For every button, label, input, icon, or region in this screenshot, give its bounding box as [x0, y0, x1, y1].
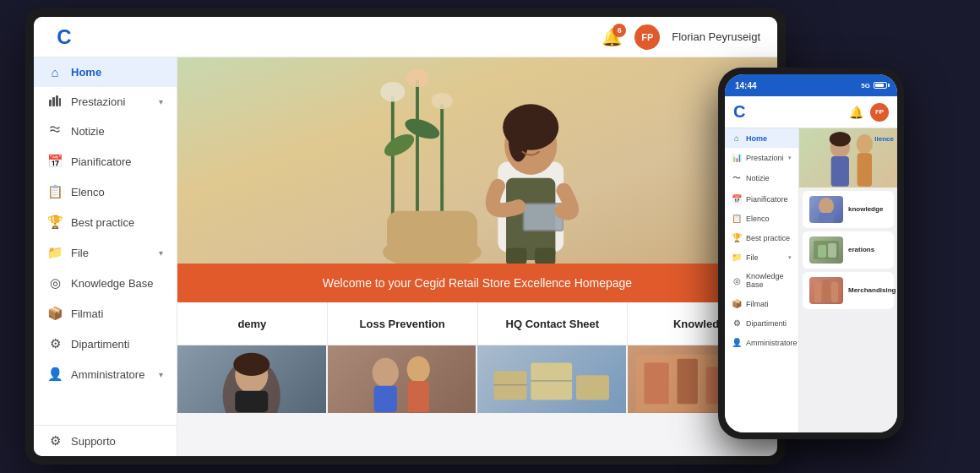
phone-sidebar-knowledge[interactable]: ◎ Knowledge Base — [725, 267, 798, 294]
svg-rect-50 — [828, 243, 836, 258]
phone-bell-icon[interactable]: 🔔 — [849, 106, 863, 119]
list-icon: 📋 — [47, 184, 63, 199]
sidebar-item-dipartimenti[interactable]: ⚙ Dipartimenti — [34, 329, 177, 359]
phone-card-knowledge[interactable]: knowledge — [803, 191, 894, 228]
category-title-loss-prevention: Loss Prevention — [360, 318, 445, 330]
welcome-text: Welcome to your Cegid Retail Store Excel… — [323, 276, 632, 290]
phone-sidebar-label-file: File — [746, 253, 759, 262]
phone-sidebar-home[interactable]: ⌂ Home — [725, 128, 798, 148]
category-demy[interactable]: demy — [177, 302, 328, 345]
notification-bell[interactable]: 🔔 6 — [602, 27, 623, 47]
phone-file-chevron: ▾ — [788, 254, 792, 261]
sidebar-item-notizie[interactable]: Notizie — [34, 117, 177, 146]
svg-rect-30 — [407, 381, 428, 412]
phone-sidebar-best-practice[interactable]: 🏆 Best practice — [725, 228, 798, 247]
content-area: Welcome to your Cegid Retail Store Excel… — [177, 57, 777, 456]
svg-point-18 — [509, 121, 528, 162]
sidebar-item-pianificatore[interactable]: 📅 Pianificatore — [34, 146, 177, 177]
svg-rect-28 — [373, 386, 396, 412]
sidebar-label-file: File — [71, 247, 89, 259]
phone-sidebar-dipartimenti[interactable]: ⚙ Dipartimenti — [725, 313, 798, 333]
sidebar-item-prestazioni[interactable]: Prestazioni ▾ — [34, 87, 177, 117]
phone-header-right: 🔔 FP — [849, 103, 889, 122]
category-loss-prevention[interactable]: Loss Prevention — [328, 302, 478, 345]
sidebar-label-elenco: Elenco — [71, 186, 105, 198]
phone-sidebar-admin[interactable]: 👤 Amministratore ▾ — [725, 333, 798, 352]
category-title-hq-contact: HQ Contact Sheet — [506, 318, 600, 330]
svg-rect-4 — [391, 96, 395, 228]
svg-rect-21 — [506, 248, 526, 264]
svg-point-44 — [857, 134, 873, 154]
category-hq-contact-sheet[interactable]: HQ Contact Sheet — [478, 302, 629, 345]
svg-rect-43 — [831, 156, 849, 187]
phone-card-operations[interactable]: erations — [803, 231, 894, 269]
phone-notizie-icon: 〜 — [732, 172, 742, 184]
phone-sidebar-filmati[interactable]: 📦 Filmati — [725, 294, 798, 313]
phone-sidebar-label-pianificatore: Pianificatore — [746, 195, 788, 204]
phone-cards: knowledge erations — [799, 188, 897, 432]
file-icon: 📁 — [47, 245, 63, 260]
sidebar-label-best-practice: Best practice — [71, 216, 134, 229]
sidebar: ⌂ Home Prestazioni — [34, 57, 177, 456]
phone-card-merch[interactable]: Merchandising — [803, 272, 894, 309]
svg-rect-54 — [831, 282, 838, 302]
svg-point-10 — [381, 130, 417, 160]
chevron-file-icon: ▾ — [159, 248, 163, 258]
phone-sidebar-label-filmati: Filmati — [746, 300, 769, 308]
phone-sidebar-label-notizie: Notizie — [746, 174, 770, 182]
svg-rect-47 — [819, 213, 834, 223]
svg-rect-49 — [818, 245, 826, 258]
sidebar-item-file[interactable]: 📁 File ▾ — [34, 237, 177, 268]
phone-sidebar-label-admin: Amministratore — [746, 339, 798, 347]
phone-chevron-icon: ▾ — [788, 155, 792, 161]
header-logo: C — [51, 24, 78, 51]
admin-icon: 👤 — [47, 367, 63, 382]
phone-hero-strip: llence — [799, 128, 897, 188]
svg-rect-45 — [858, 153, 872, 187]
phone-sidebar-file[interactable]: 📁 File ▾ — [725, 247, 798, 267]
sidebar-item-amministratore[interactable]: 👤 Amministratore ▾ — [34, 359, 177, 389]
svg-point-9 — [432, 93, 453, 109]
svg-point-29 — [406, 356, 429, 383]
gear-icon: ⚙ — [47, 336, 63, 351]
notification-badge: 6 — [612, 24, 626, 37]
phone-sidebar-label-home: Home — [746, 134, 767, 143]
svg-rect-3 — [59, 98, 61, 106]
svg-rect-53 — [823, 280, 830, 302]
sidebar-item-elenco[interactable]: 📋 Elenco — [34, 177, 177, 207]
thumb-card-1[interactable] — [177, 345, 328, 413]
sidebar-item-home[interactable]: ⌂ Home — [34, 57, 177, 87]
chevron-icon: ▾ — [159, 97, 163, 106]
phone-user-avatar[interactable]: FP — [870, 103, 889, 122]
phone-signals: 5G — [861, 82, 887, 90]
sidebar-item-supporto[interactable]: ⚙ Supporto — [34, 426, 177, 456]
phone-sidebar-elenco[interactable]: 📋 Elenco — [725, 209, 798, 228]
svg-rect-38 — [677, 359, 697, 405]
phone-card-title-merch: Merchandising — [848, 286, 896, 295]
knowledge-icon: ◎ — [47, 275, 63, 291]
svg-rect-33 — [576, 375, 609, 400]
phone-sidebar-label-dipartimenti: Dipartimenti — [746, 319, 787, 328]
phone-sidebar-prestazioni[interactable]: 📊 Prestazioni ▾ — [725, 148, 798, 167]
sidebar-item-filmati[interactable]: 📦 Filmati — [34, 298, 177, 329]
sidebar-item-knowledge-base[interactable]: ◎ Knowledge Base — [34, 268, 177, 298]
tablet-device: C 🔔 6 FP Florian Peyruseigt ⌂ — [25, 8, 786, 465]
phone-screen: 14:44 5G C 🔔 FP — [725, 74, 897, 432]
svg-rect-0 — [49, 100, 52, 106]
categories-row: demy Loss Prevention HQ Contact Sheet Kn… — [177, 302, 777, 345]
phone-thumb-merch — [809, 277, 843, 304]
thumb-card-2[interactable] — [328, 345, 478, 413]
svg-point-7 — [380, 82, 405, 101]
phone-content: llence — [799, 128, 897, 432]
phone-sidebar-notizie[interactable]: 〜 Notizie — [725, 167, 798, 189]
phone-gear-icon: ⚙ — [732, 318, 742, 328]
phone-sidebar-pianificatore[interactable]: 📅 Pianificatore — [725, 189, 798, 209]
phone-file-icon: 📁 — [732, 253, 742, 262]
phone-sidebar: ⌂ Home 📊 Prestazioni ▾ 〜 Notizie 📅 P — [725, 128, 799, 432]
phone-card-title-knowledge: knowledge — [848, 205, 883, 214]
thumb-card-3[interactable] — [477, 345, 628, 413]
sidebar-label-filmati: Filmati — [71, 307, 103, 320]
user-avatar[interactable]: FP — [634, 24, 660, 50]
chevron-admin-icon: ▾ — [159, 370, 163, 379]
sidebar-item-best-practice[interactable]: 🏆 Best practice — [34, 207, 177, 237]
